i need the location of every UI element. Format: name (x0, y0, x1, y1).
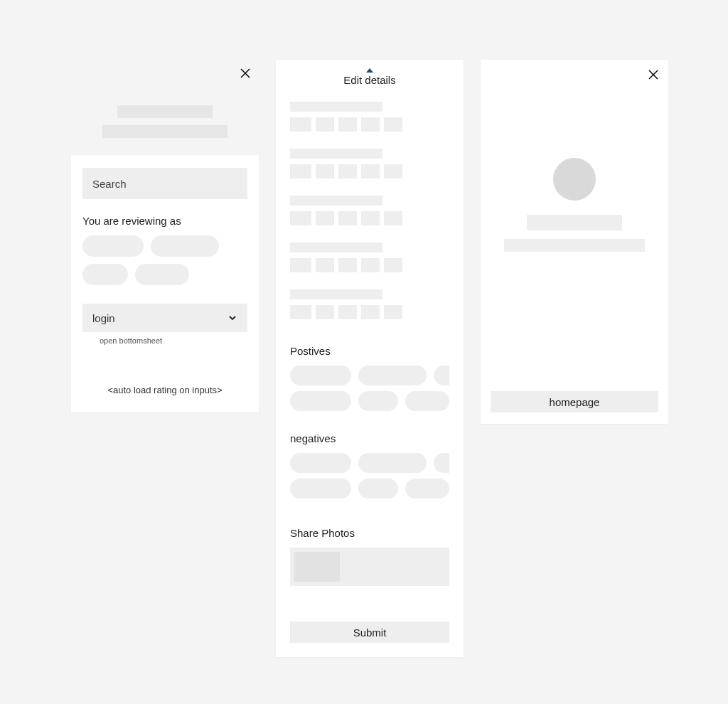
rating-box[interactable] (384, 305, 402, 319)
tag-chip[interactable] (358, 366, 427, 385)
rating-row (290, 289, 449, 319)
rating-row (290, 102, 449, 132)
caret-up-icon[interactable] (366, 68, 373, 73)
rating-box[interactable] (384, 211, 402, 225)
tag-chip[interactable] (405, 391, 449, 411)
rating-label-placeholder (290, 149, 382, 159)
placeholder-bar (102, 125, 228, 138)
rating-box[interactable] (338, 211, 357, 225)
avatar-placeholder (553, 158, 596, 201)
rating-box[interactable] (361, 164, 380, 178)
review-start-panel: Search You are reviewing as login open b… (71, 60, 259, 412)
placeholder-bar (527, 215, 622, 230)
rating-row (290, 149, 449, 178)
photo-thumbnail-placeholder (294, 552, 340, 582)
rating-box[interactable] (361, 305, 380, 319)
rating-box[interactable] (361, 211, 380, 225)
tag-chip[interactable] (358, 453, 427, 473)
rating-box[interactable] (316, 117, 334, 132)
autoload-note: <auto load rating on inputs> (82, 385, 247, 395)
tag-chip[interactable] (358, 391, 398, 411)
login-hint-text: open bottomsheet (100, 336, 247, 345)
rating-box[interactable] (361, 258, 380, 272)
rating-row (290, 242, 449, 272)
rating-label-placeholder (290, 289, 382, 299)
rating-box[interactable] (290, 305, 311, 319)
header-placeholder-group (80, 105, 250, 138)
tag-chip[interactable] (405, 479, 449, 498)
tag-chip[interactable] (290, 366, 351, 385)
search-input[interactable]: Search (82, 168, 247, 199)
reviewer-option-pill[interactable] (135, 264, 189, 285)
negatives-tags (290, 453, 449, 498)
rating-box[interactable] (316, 305, 334, 319)
edit-details-title: Edit details (276, 74, 464, 86)
tag-chip[interactable] (434, 366, 449, 385)
tag-chip[interactable] (290, 479, 351, 498)
reviewing-as-label: You are reviewing as (82, 215, 247, 227)
reviewer-option-pill[interactable] (82, 264, 128, 285)
tag-chip[interactable] (290, 391, 351, 411)
rating-box[interactable] (290, 211, 311, 225)
rating-box[interactable] (316, 211, 334, 225)
rating-box[interactable] (384, 117, 402, 132)
close-icon[interactable] (240, 68, 250, 78)
share-photos-label: Share Photos (290, 527, 449, 539)
rating-box[interactable] (316, 258, 334, 272)
panel-header (71, 60, 259, 155)
rating-box[interactable] (290, 258, 311, 272)
chevron-down-icon (228, 313, 237, 323)
tag-chip[interactable] (290, 453, 351, 473)
positives-label: Postives (290, 345, 449, 357)
placeholder-bar (117, 105, 213, 118)
placeholder-bar (504, 239, 645, 252)
rating-box[interactable] (361, 117, 380, 132)
tag-chip[interactable] (434, 453, 449, 473)
rating-box[interactable] (338, 117, 357, 132)
rating-label-placeholder (290, 102, 382, 112)
rating-box[interactable] (384, 164, 402, 178)
rating-box[interactable] (338, 258, 357, 272)
edit-details-panel: Edit details (276, 60, 464, 657)
negatives-label: negatives (290, 432, 449, 444)
rating-box[interactable] (290, 117, 311, 132)
rating-row (290, 196, 449, 225)
photo-upload-box[interactable] (290, 548, 449, 586)
rating-box[interactable] (338, 164, 357, 178)
tag-chip[interactable] (358, 479, 398, 498)
positives-tags (290, 366, 449, 411)
profile-block (491, 158, 658, 252)
rating-box[interactable] (384, 258, 402, 272)
reviewer-option-pill[interactable] (151, 235, 219, 257)
login-select-label: login (92, 312, 115, 324)
close-icon[interactable] (648, 70, 658, 80)
rating-box[interactable] (338, 305, 357, 319)
homepage-button[interactable]: homepage (491, 391, 658, 412)
submit-button[interactable]: Submit (290, 622, 449, 643)
rating-label-placeholder (290, 196, 382, 206)
confirmation-panel: homepage (481, 60, 668, 424)
reviewer-option-pill[interactable] (82, 235, 144, 257)
rating-box[interactable] (316, 164, 334, 178)
reviewer-options (82, 235, 247, 285)
rating-label-placeholder (290, 242, 382, 252)
login-select[interactable]: login (82, 304, 247, 332)
rating-box[interactable] (290, 164, 311, 178)
